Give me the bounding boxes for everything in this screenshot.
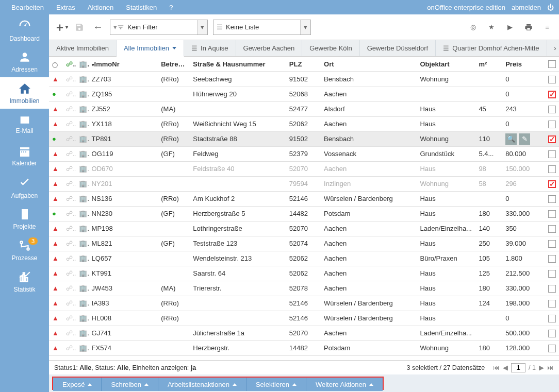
col-art[interactable]: Objektart	[417, 57, 475, 72]
row-checkbox[interactable]	[548, 270, 556, 278]
row-checkbox[interactable]	[548, 135, 556, 143]
play-icon[interactable]: ▶	[503, 21, 517, 34]
logout-link[interactable]: abmelden	[512, 4, 541, 11]
col-plz[interactable]: PLZ	[286, 57, 321, 72]
tab[interactable]: Gewerbe Aachen	[236, 40, 303, 56]
sidebar-item-email[interactable]: E-Mail	[0, 109, 49, 140]
filter-combo[interactable]: ▾ Kein Filter ▾	[110, 20, 208, 35]
col-immonr[interactable]: ▾ImmoNr	[89, 57, 158, 72]
col-m2[interactable]: m²	[475, 57, 502, 72]
menu-statistiken[interactable]: Statistiken	[120, 4, 163, 11]
power-icon[interactable]: ⏻	[547, 4, 554, 11]
row-checkbox[interactable]	[548, 330, 556, 337]
col-preis[interactable]: Preis	[502, 57, 545, 72]
sidebar-item-prozesse[interactable]: Prozesse3	[0, 234, 49, 266]
row-checkbox[interactable]	[548, 106, 556, 113]
menu-icon[interactable]: ≡	[540, 21, 554, 34]
row-checkbox[interactable]	[548, 285, 556, 293]
scroll-right-icon[interactable]: ›	[550, 43, 559, 54]
row-checkbox[interactable]	[548, 91, 556, 98]
table-row[interactable]: ●☍🏢ZQ195Hühnerweg 2052068Aachen0	[49, 87, 559, 101]
table-row[interactable]: ▲☍🏢KT991Saarstr. 6452062AachenHaus125212…	[49, 266, 559, 281]
menu-help[interactable]: ?	[163, 4, 179, 11]
list-combo[interactable]: ☰ Keine Liste ▾	[213, 20, 311, 35]
action-button[interactable]: Selektieren	[246, 378, 306, 391]
star-icon[interactable]: ★	[485, 21, 498, 34]
chevron-down-icon[interactable]: ▾	[197, 20, 207, 35]
edit-icon[interactable]: ✎	[519, 133, 530, 145]
action-button[interactable]: Weitere Aktionen	[306, 378, 383, 391]
print-icon[interactable]	[522, 21, 535, 34]
cell-strasse: Wendelsteinstr. 213	[190, 251, 286, 266]
search-icon[interactable]: 🔍	[505, 133, 517, 145]
table-row[interactable]: ●☍🏢TP891(RRo)Stadtstraße 8891502Bensbach…	[49, 131, 559, 146]
sidebar-item-adressen[interactable]: Adressen	[0, 46, 49, 77]
table-row[interactable]: ▲☍🏢OG119(GF)Feldweg52379VossenackGrundst…	[49, 146, 559, 161]
table-row[interactable]: ▲☍🏢IA393(RRo)52146Würselen / BardenbergH…	[49, 296, 559, 311]
tab[interactable]: Aktive Immobilien	[49, 40, 117, 56]
menu-bearbeiten[interactable]: Bearbeiten	[5, 4, 50, 11]
tab[interactable]: ☰Quartier Domhof Achen-Mitte	[436, 40, 547, 56]
pager-prev[interactable]: ◀	[503, 364, 508, 371]
pager-page-input[interactable]	[511, 363, 525, 372]
table-row[interactable]: ●☍🏢NN230(GF)Herzbergstraße 514482Potsdam…	[49, 206, 559, 221]
col-status[interactable]: ◯	[49, 57, 63, 72]
col-icon2[interactable]: 🏢	[76, 57, 89, 72]
row-checkbox[interactable]	[548, 165, 556, 173]
col-ort[interactable]: Ort	[321, 57, 417, 72]
chevron-down-icon[interactable]: ▾	[300, 20, 310, 35]
sidebar-item-projekte[interactable]: Projekte	[0, 203, 49, 234]
table-row[interactable]: ▲☍🏢NY20179594InzlingenWohnung58296	[49, 176, 559, 191]
row-checkbox[interactable]	[548, 76, 556, 83]
row-checkbox[interactable]	[548, 255, 556, 263]
table-row[interactable]: ▲☍🏢ZZ703(RRo)Seebachweg91502BensbachWohn…	[49, 72, 559, 87]
row-checkbox[interactable]	[548, 345, 556, 352]
pager-next[interactable]: ▶	[539, 364, 544, 371]
row-checkbox[interactable]	[548, 210, 556, 218]
table-row[interactable]: ▲☍🏢LQ657Wendelsteinstr. 21352062AachenBü…	[49, 251, 559, 266]
col-betreuer[interactable]: Betreuer	[158, 57, 190, 72]
add-button[interactable]: ＋▾	[54, 21, 68, 34]
table-row[interactable]: ▲☍🏢NS136(RRo)Am Kuckhof 252146Würselen /…	[49, 191, 559, 206]
action-button[interactable]: Exposé	[53, 378, 102, 391]
sidebar-item-kalender[interactable]: Kalender	[0, 140, 49, 172]
col-icon1[interactable]: ☍	[63, 57, 76, 72]
table-row[interactable]: ▲☍🏢ML821(GF)Teststraße 12352074AachenHau…	[49, 236, 559, 251]
table-row[interactable]: ▲☍🏢JW453(MA)Triererstr.52078AachenHaus18…	[49, 281, 559, 296]
tab[interactable]: Gewerbe Köln	[302, 40, 359, 56]
table-row[interactable]: ▲☍🏢HL008(RRo)52146Würselen / BardenbergH…	[49, 311, 559, 326]
action-button[interactable]: Arbeitslistenaktionen	[158, 378, 246, 391]
building-icon: 🏢	[79, 299, 89, 307]
cell-immonr: KT991	[89, 266, 158, 281]
tab[interactable]: ☰In Aquise	[184, 40, 236, 56]
row-checkbox[interactable]	[548, 240, 556, 248]
target-icon[interactable]: ◎	[466, 21, 480, 34]
table-row[interactable]: ▲☍🏢FX574Herzbergstr.14482PotsdamWohnung1…	[49, 340, 559, 355]
row-checkbox[interactable]	[548, 225, 556, 233]
row-checkbox[interactable]	[548, 315, 556, 322]
action-button[interactable]: Schreiben	[102, 378, 158, 391]
col-check[interactable]	[545, 57, 559, 72]
table-row[interactable]: ▲☍🏢OD670Feldstraße 4052070AachenHaus9815…	[49, 161, 559, 176]
row-checkbox[interactable]	[548, 180, 556, 188]
sidebar-item-statistik[interactable]: Statistik	[0, 266, 49, 297]
table-row[interactable]: ▲☍🏢GJ741Jülicherstraße 1a52070AachenLade…	[49, 326, 559, 340]
sidebar-item-immobilien[interactable]: Immobilien	[0, 77, 49, 109]
menu-aktionen[interactable]: Aktionen	[81, 4, 120, 11]
row-checkbox[interactable]	[548, 300, 556, 308]
tab[interactable]: Alle Immobilien	[117, 40, 184, 57]
table-row[interactable]: ▲☍🏢YX118(RRo)Weißichnicht Weg 1552062Aac…	[49, 116, 559, 131]
table-row[interactable]: ▲☍🏢MP198Lothringerstraße52070AachenLaden…	[49, 221, 559, 236]
sidebar-item-aufgaben[interactable]: Aufgaben	[0, 172, 49, 203]
back-button[interactable]: ←	[91, 21, 105, 34]
row-checkbox[interactable]	[548, 195, 556, 203]
pager-last[interactable]: ⏭	[547, 364, 554, 371]
sidebar-item-dashboard[interactable]: Dashboard	[0, 14, 49, 46]
menu-extras[interactable]: Extras	[50, 4, 81, 11]
row-checkbox[interactable]	[548, 121, 556, 128]
col-strasse[interactable]: Straße & Hausnummer	[190, 57, 286, 72]
pager-first[interactable]: ⏮	[493, 364, 500, 371]
table-row[interactable]: ▲☍🏢ZJ552(MA)52477AlsdorfHaus45243	[49, 101, 559, 116]
row-checkbox[interactable]	[548, 150, 556, 158]
tab[interactable]: Gewerbe Düsseldorf	[360, 40, 436, 56]
